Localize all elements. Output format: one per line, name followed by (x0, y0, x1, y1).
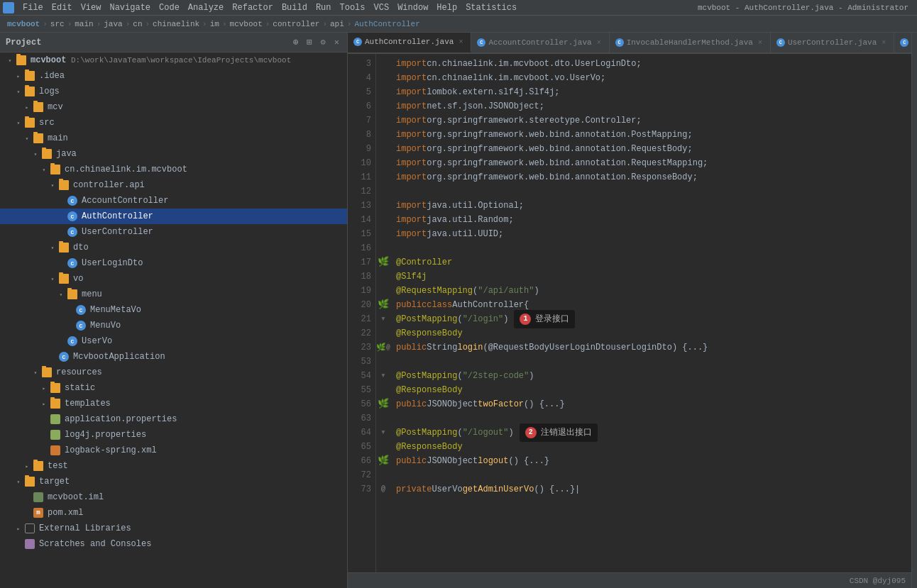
project-panel-icons: ⊕ ⊞ ⚙ ✕ (291, 37, 341, 48)
tab-3[interactable]: UserController.java× (771, 33, 894, 52)
tree-item-idea[interactable]: .idea (0, 68, 347, 84)
menu-refactor[interactable]: Refactor (228, 1, 278, 14)
tree-item-mcvboot[interactable]: mcvboot D:\work\JavaTeam\workspace\IdeaP… (0, 52, 347, 68)
tree-item-MenuVo[interactable]: MenuVo (0, 318, 347, 333)
tree-item-UserVo[interactable]: UserVo (0, 333, 347, 349)
project-close-icon[interactable]: ✕ (332, 37, 341, 48)
breadcrumb-src[interactable]: src (49, 20, 66, 28)
collapse-icon-21[interactable]: ▾ (380, 312, 386, 326)
tree-item-resources[interactable]: resources (0, 365, 347, 380)
tree-item-UserLoginDto[interactable]: UserLoginDto (0, 255, 347, 271)
tree-item-main[interactable]: main (0, 131, 347, 146)
tree-item-ScratchesAndConsoles[interactable]: Scratches and Consoles (0, 536, 347, 552)
breadcrumb-mcvboot[interactable]: mcvboot (6, 20, 41, 28)
tree-arrow-target (14, 477, 23, 486)
tree-item-templates[interactable]: templates (0, 396, 347, 411)
tree-item-McvbootApplication[interactable]: McvbootApplication (0, 349, 347, 365)
tree-item-AccountController[interactable]: AccountController (0, 193, 347, 209)
tab-1[interactable]: AccountController.java× (471, 33, 609, 52)
gutter-63 (376, 411, 390, 426)
breadcrumb-cn[interactable]: cn (131, 20, 143, 28)
project-layout-icon[interactable]: ⊞ (304, 37, 314, 48)
line-num-14: 14 (348, 213, 371, 227)
project-settings-icon[interactable]: ⚙ (319, 37, 328, 48)
menu-window[interactable]: Window (393, 1, 432, 14)
tree-item-test[interactable]: test (0, 458, 347, 474)
menu-vcs[interactable]: VCS (370, 1, 394, 14)
tree-item-src[interactable]: src (0, 115, 347, 131)
line-num-4: 4 (348, 71, 371, 85)
tree-arrow-log4j.properties (40, 431, 48, 439)
tree-label-idea: .idea (39, 71, 65, 81)
tree-item-vo[interactable]: vo (0, 271, 347, 287)
menu-build[interactable]: Build (278, 1, 312, 14)
gutter-22 (376, 326, 390, 340)
tree-item-controller.api[interactable]: controller.api (0, 177, 347, 193)
breadcrumb-chinaelink[interactable]: chinaelink (151, 20, 201, 28)
line-num-55: 55 (348, 383, 371, 397)
line-num-3: 3 (348, 57, 371, 71)
tree-label-menu: menu (82, 289, 102, 299)
breadcrumb-java[interactable]: java (102, 20, 123, 28)
tree-item-log4j.properties[interactable]: log4j.properties (0, 427, 347, 443)
menu-file[interactable]: File (18, 1, 48, 14)
breadcrumb-im[interactable]: im (209, 20, 221, 28)
tree-item-UserController[interactable]: UserController (0, 224, 347, 240)
tree-item-target[interactable]: target (0, 474, 347, 489)
gutter-72 (376, 468, 390, 482)
tree-item-application.properties[interactable]: application.properties (0, 411, 347, 427)
menu-navigate[interactable]: Navigate (105, 1, 155, 14)
line-num-63: 63 (348, 411, 371, 426)
tree-label-AuthController: AuthController (82, 211, 153, 221)
breadcrumb-mcvboot2[interactable]: mcvboot (229, 20, 264, 28)
tree-label-java: java (56, 149, 77, 159)
tab-close-2[interactable]: × (756, 38, 764, 47)
breadcrumb-main[interactable]: main (73, 20, 94, 28)
tree-label-templates: templates (65, 399, 111, 409)
line-num-15: 15 (348, 227, 371, 241)
tab-4[interactable]: MenuVo...× (894, 33, 911, 52)
tab-2[interactable]: InvocableHandlerMethod.java× (610, 33, 771, 52)
menu-run[interactable]: Run (312, 1, 336, 14)
gutter-8 (376, 128, 390, 142)
tree-item-logback-spring.xml[interactable]: logback-spring.xml (0, 443, 347, 458)
tab-close-1[interactable]: × (595, 38, 603, 47)
gutter-21: ▾ (376, 312, 390, 326)
tab-close-3[interactable]: × (879, 38, 888, 47)
menu-tools[interactable]: Tools (336, 1, 370, 14)
code-content[interactable]: import cn.chinaelink.im.mcvboot.dto.User… (390, 54, 911, 572)
collapse-icon-54[interactable]: ▾ (380, 369, 386, 383)
tab-0[interactable]: AuthController.java× (348, 33, 471, 52)
breadcrumb-controller[interactable]: controller (271, 20, 321, 28)
tree-item-MenuMetaVo[interactable]: MenuMetaVo (0, 302, 347, 318)
code-line-7: import org.springframework.stereotype.Co… (396, 113, 906, 128)
tree-item-mcvboot.iml[interactable]: mcvboot.iml (0, 489, 347, 505)
tree-item-menu[interactable]: menu (0, 287, 347, 302)
tree-item-pom.xml[interactable]: mpom.xml (0, 505, 347, 521)
tree-item-dto[interactable]: dto (0, 240, 347, 255)
breadcrumb-authcontroller[interactable]: AuthController (353, 20, 421, 28)
tree-item-java[interactable]: java (0, 146, 347, 162)
gutter-73: @ (376, 482, 390, 497)
menu-view[interactable]: View (77, 1, 106, 14)
menu-help[interactable]: Help (432, 1, 461, 14)
tree-item-static[interactable]: static (0, 380, 347, 396)
tree-label-cn: cn.chinaelink.im.mcvboot (65, 165, 187, 174)
tab-close-0[interactable]: × (456, 38, 465, 46)
menu-analyze[interactable]: Analyze (184, 1, 228, 14)
tree-icon-MenuVo (76, 321, 86, 331)
tree-item-logs[interactable]: logs (0, 84, 347, 99)
menu-statistics[interactable]: Statistics (461, 1, 521, 14)
tree-arrow-mcvboot.iml (23, 493, 31, 501)
tree-item-AuthController[interactable]: AuthController (0, 209, 347, 224)
breadcrumb-api[interactable]: api (329, 20, 346, 28)
tree-item-cn[interactable]: cn.chinaelink.im.mcvboot (0, 162, 347, 177)
tree-icon-logs (25, 87, 35, 96)
collapse-icon-64[interactable]: ▾ (380, 426, 386, 440)
tree-item-mcv[interactable]: mcv (0, 99, 347, 115)
tab-icon-1 (477, 38, 485, 47)
tree-item-ExternalLibraries[interactable]: External Libraries (0, 521, 347, 536)
menu-edit[interactable]: Edit (48, 1, 77, 14)
project-sync-icon[interactable]: ⊕ (291, 37, 300, 48)
menu-code[interactable]: Code (155, 1, 184, 14)
